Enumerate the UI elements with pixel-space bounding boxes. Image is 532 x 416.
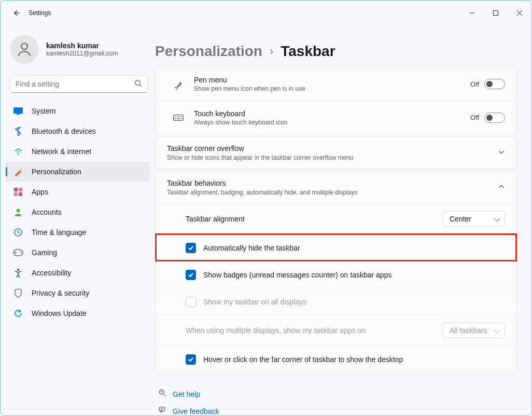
behaviors-body: Taskbar alignment Center Automatically h…	[156, 203, 516, 372]
svg-rect-3	[13, 107, 23, 114]
search-input[interactable]	[16, 80, 134, 88]
user-block[interactable]: kamlesh kumar kamlesh2011@gmail.com	[3, 32, 153, 70]
svg-point-1	[21, 43, 27, 49]
breadcrumb: Personalization › Taskbar	[155, 25, 517, 67]
sidebar-item-windows-update[interactable]: Windows Update	[6, 303, 150, 323]
alignment-select[interactable]: Center	[443, 211, 505, 227]
behaviors-sub: Taskbar alignment, badging, automaticall…	[167, 189, 358, 196]
overflow-expander: Taskbar corner overflow Show or hide ico…	[155, 136, 517, 169]
touch-keyboard-row: Touch keyboard Always show touch keyboar…	[156, 101, 516, 134]
overflow-header[interactable]: Taskbar corner overflow Show or hide ico…	[156, 137, 516, 169]
sidebar-item-accessibility[interactable]: Accessibility	[6, 263, 150, 283]
badges-row: Show badges (unread messages counter) on…	[156, 261, 516, 288]
svg-rect-8	[14, 192, 18, 196]
pen-menu-toggle[interactable]	[484, 79, 505, 89]
get-help-link[interactable]: Get help	[158, 385, 517, 403]
help-icon	[158, 389, 173, 399]
all-displays-label: Show my taskbar on all displays	[203, 298, 505, 306]
sidebar-item-time-language[interactable]: Time & language	[6, 223, 150, 242]
gaming-icon	[13, 247, 23, 258]
nav-label: Bluetooth & devices	[32, 127, 96, 135]
sidebar-item-apps[interactable]: Apps	[6, 182, 150, 202]
badges-checkbox[interactable]	[186, 270, 196, 280]
help-text: Get help	[173, 390, 200, 398]
sidebar-item-network-internet[interactable]: Network & internet	[6, 142, 150, 161]
touch-keyboard-title: Touch keyboard	[194, 109, 470, 118]
alignment-label: Taskbar alignment	[186, 215, 443, 223]
person-icon	[16, 40, 33, 58]
touch-keyboard-state: Off	[470, 114, 479, 121]
all-displays-row: Show my taskbar on all displays	[156, 288, 516, 315]
touch-keyboard-sub: Always show touch keyboard icon	[194, 119, 470, 126]
personalization-icon	[13, 167, 23, 177]
sidebar-item-privacy-security[interactable]: Privacy & security	[6, 283, 150, 303]
svg-rect-16	[174, 115, 183, 120]
badges-label: Show badges (unread messages counter) on…	[203, 271, 505, 279]
back-button[interactable]	[7, 4, 25, 22]
nav-label: Time & language	[32, 228, 86, 237]
multi-displays-select: All taskbars	[443, 323, 505, 338]
footer-links: Get help Give feedback	[155, 373, 517, 415]
maximize-icon	[493, 10, 499, 16]
feedback-icon	[158, 406, 173, 415]
behaviors-header[interactable]: Taskbar behaviors Taskbar alignment, bad…	[156, 172, 516, 203]
breadcrumb-parent[interactable]: Personalization	[155, 43, 262, 60]
pen-menu-state: Off	[470, 80, 479, 88]
sidebar-item-accounts[interactable]: Accounts	[6, 202, 150, 222]
pen-menu-sub: Show pen menu icon when pen is in use	[194, 85, 470, 92]
svg-rect-0	[494, 11, 498, 16]
auto-hide-row: Automatically hide the taskbar	[156, 234, 516, 261]
touch-keyboard-toggle[interactable]	[484, 113, 505, 123]
sidebar: kamlesh kumar kamlesh2011@gmail.com Syst…	[1, 25, 155, 415]
chevron-up-icon	[498, 183, 505, 192]
hover-corner-label: Hover or click on the far corner of task…	[203, 355, 505, 364]
svg-rect-6	[14, 188, 18, 191]
svg-point-2	[135, 80, 140, 85]
behaviors-expander: Taskbar behaviors Taskbar alignment, bad…	[155, 171, 517, 373]
svg-point-5	[17, 153, 19, 155]
update-icon	[13, 308, 23, 318]
nav-label: Network & internet	[32, 147, 91, 156]
nav-label: Accounts	[32, 208, 62, 216]
window-controls	[460, 5, 531, 21]
accounts-icon	[13, 207, 23, 217]
nav-label: Gaming	[32, 248, 57, 257]
nav-label: Windows Update	[32, 309, 87, 317]
close-button[interactable]	[508, 5, 531, 21]
sidebar-item-gaming[interactable]: Gaming	[6, 243, 150, 262]
page-title: Taskbar	[281, 43, 335, 60]
pen-menu-title: Pen menu	[194, 76, 470, 84]
svg-rect-4	[17, 114, 20, 115]
svg-rect-19	[159, 407, 165, 411]
titlebar: Settings	[1, 1, 531, 25]
pen-icon	[167, 78, 190, 90]
multi-displays-row: When using multiple displays, show my ta…	[156, 315, 516, 345]
search-box[interactable]	[10, 75, 148, 93]
hover-corner-checkbox[interactable]	[186, 354, 196, 365]
pen-menu-row: Pen menu Show pen menu icon when pen is …	[156, 67, 516, 101]
minimize-button[interactable]	[460, 5, 484, 21]
minimize-icon	[469, 10, 475, 16]
nav-label: Privacy & security	[32, 289, 89, 297]
auto-hide-label: Automatically hide the taskbar	[203, 244, 505, 252]
nav-label: System	[32, 107, 56, 115]
app-title: Settings	[29, 9, 51, 17]
close-icon	[516, 10, 523, 16]
overflow-sub: Show or hide icons that appear in the ta…	[167, 154, 354, 161]
bluetooth-icon	[13, 126, 23, 136]
maximize-button[interactable]	[484, 5, 508, 21]
search-icon	[134, 79, 142, 89]
avatar	[10, 35, 39, 64]
sidebar-item-personalization[interactable]: Personalization	[6, 162, 150, 182]
auto-hide-checkbox[interactable]	[186, 243, 196, 253]
chevron-down-icon	[498, 148, 505, 157]
time-language-icon	[13, 227, 23, 238]
feedback-text: Give feedback	[173, 407, 219, 415]
sidebar-item-bluetooth-devices[interactable]: Bluetooth & devices	[6, 121, 150, 141]
sidebar-item-system[interactable]: System	[6, 101, 150, 121]
give-feedback-link[interactable]: Give feedback	[158, 403, 517, 415]
svg-point-13	[20, 251, 21, 252]
system-icon	[13, 106, 23, 116]
user-email: kamlesh2011@gmail.com	[46, 50, 118, 57]
network-icon	[13, 146, 23, 157]
